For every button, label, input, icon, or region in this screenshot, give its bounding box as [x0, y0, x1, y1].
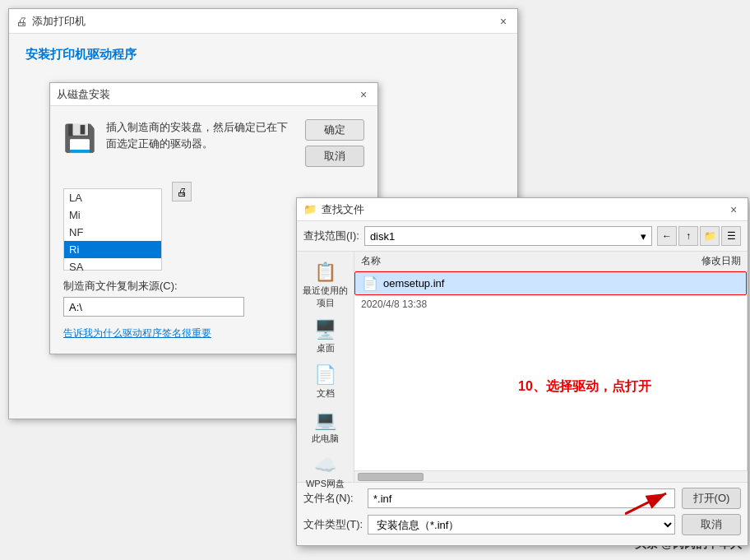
manufacturer-list[interactable]: LA Mi NF Ri SA — [63, 188, 162, 271]
titlebar-left: 🖨 添加打印机 — [16, 14, 86, 29]
browse-dialog: 📁 查找文件 × 查找范围(I): disk1 ▾ ← ↑ 📁 ☰ 📋 最近使用… — [296, 197, 748, 546]
floppy-icon: 💾 — [63, 123, 96, 167]
sidebar-wps-cloud[interactable]: ☁️ WPS网盘 — [301, 451, 350, 493]
filename-label: 文件名(N): — [303, 491, 361, 506]
browse-location-label: 查找范围(I): — [303, 229, 359, 243]
file-list-area: 名称 修改日期 📄 oemsetup.inf 2020/4/8 13:38 — [354, 252, 748, 482]
open-btn[interactable]: 打开(O) — [682, 488, 741, 509]
col-date: 修改日期 — [701, 254, 741, 268]
sidebar-documents-label: 文档 — [317, 387, 335, 400]
mfr-SA[interactable]: SA — [64, 258, 161, 275]
browse-folder-icon: 📁 — [303, 203, 317, 215]
horizontal-scrollbar[interactable] — [354, 470, 748, 482]
mfr-LA[interactable]: LA — [64, 189, 161, 206]
file-name: oemsetup.inf — [383, 277, 444, 289]
computer-icon: 💻 — [314, 410, 336, 431]
desktop-icon: 🖥️ — [314, 319, 336, 340]
toolbar-new-folder-btn[interactable]: 📁 — [700, 226, 720, 246]
browse-toolbar: 查找范围(I): disk1 ▾ ← ↑ 📁 ☰ — [297, 221, 748, 252]
browse-location-dropdown-icon[interactable]: ▾ — [641, 230, 646, 243]
filename-row: 文件名(N): 打开(O) — [303, 488, 741, 509]
browse-location-value: disk1 — [370, 230, 395, 243]
browse-close-btn[interactable]: × — [726, 202, 741, 217]
browse-titlebar: 📁 查找文件 × — [297, 198, 748, 221]
sidebar-desktop-label: 桌面 — [317, 342, 335, 354]
svg-line-1 — [625, 493, 666, 514]
filetype-row: 文件类型(T): 安装信息（*.inf） 取消 — [303, 514, 741, 535]
from-disk-close-btn[interactable]: × — [356, 87, 371, 102]
col-name: 名称 — [361, 254, 381, 268]
browse-location-combo[interactable]: disk1 ▾ — [364, 226, 652, 246]
sidebar-documents[interactable]: 📄 文档 — [301, 361, 350, 403]
toolbar-back-btn[interactable]: ← — [657, 226, 677, 246]
add-printer-content: 安装打印机驱动程序 — [9, 34, 517, 89]
sidebar-recent[interactable]: 📋 最近使用的项目 — [301, 258, 350, 312]
sidebar-wps-label: WPS网盘 — [306, 478, 345, 490]
from-disk-description: 插入制造商的安装盘，然后确定已在下面选定正确的驱动器。 — [106, 119, 295, 167]
sidebar-desktop[interactable]: 🖥️ 桌面 — [301, 316, 350, 358]
toolbar-icons: ← ↑ 📁 ☰ — [657, 226, 741, 246]
cancel-browse-btn[interactable]: 取消 — [682, 514, 741, 535]
filelist-header: 名称 修改日期 — [354, 252, 748, 271]
sidebar-computer-label: 此电脑 — [312, 433, 339, 445]
from-disk-cancel-btn[interactable]: 取消 — [305, 146, 364, 167]
printer-list-icon: 🖨 — [172, 182, 192, 201]
from-disk-inner: 💾 插入制造商的安装盘，然后确定已在下面选定正确的驱动器。 确定 取消 — [63, 119, 364, 167]
add-printer-close-btn[interactable]: × — [496, 14, 511, 29]
add-printer-titlebar: 🖨 添加打印机 × — [9, 9, 517, 34]
filetype-label: 文件类型(T): — [303, 517, 361, 532]
from-disk-buttons: 确定 取消 — [305, 119, 364, 167]
section-title: 安装打印机驱动程序 — [25, 47, 501, 62]
browse-sidebar: 📋 最近使用的项目 🖥️ 桌面 📄 文档 💻 此电脑 ☁️ WPS网盘 — [297, 252, 354, 482]
browse-footer: 文件名(N): 打开(O) 文件类型(T): 安装信息（*.inf） 取消 — [297, 482, 748, 545]
toolbar-up-btn[interactable]: ↑ — [678, 226, 698, 246]
from-disk-title: 从磁盘安装 — [57, 87, 110, 102]
from-disk-titlebar: 从磁盘安装 × — [50, 83, 377, 106]
documents-icon: 📄 — [314, 364, 336, 386]
browse-title: 查找文件 — [322, 202, 364, 217]
scrollbar-thumb[interactable] — [358, 473, 424, 481]
sidebar-recent-label: 最近使用的项目 — [303, 285, 349, 309]
toolbar-view-btn[interactable]: ☰ — [721, 226, 741, 246]
browse-titlebar-left: 📁 查找文件 — [303, 202, 364, 217]
mfr-Mi[interactable]: Mi — [64, 206, 161, 224]
file-date: 2020/4/8 13:38 — [354, 295, 747, 313]
red-arrow — [625, 485, 674, 521]
from-disk-ok-btn[interactable]: 确定 — [305, 119, 364, 141]
annotation-container: 10、选择驱动，点打开 — [518, 378, 651, 396]
wps-cloud-icon: ☁️ — [314, 455, 336, 476]
add-printer-title: 添加打印机 — [32, 14, 86, 29]
browse-main: 📋 最近使用的项目 🖥️ 桌面 📄 文档 💻 此电脑 ☁️ WPS网盘 — [297, 252, 748, 482]
inf-file-icon: 📄 — [362, 275, 378, 291]
mfr-NF[interactable]: NF — [64, 224, 161, 241]
annotation-text: 10、选择驱动，点打开 — [518, 378, 651, 396]
sidebar-computer[interactable]: 💻 此电脑 — [301, 406, 350, 448]
mfr-Ri[interactable]: Ri — [64, 241, 161, 258]
recent-icon: 📋 — [314, 261, 336, 283]
source-input[interactable] — [63, 297, 244, 317]
red-arrow-svg — [625, 485, 674, 518]
file-item-oemsetup[interactable]: 📄 oemsetup.inf — [354, 271, 747, 295]
browse-filelist[interactable]: 📄 oemsetup.inf 2020/4/8 13:38 — [354, 271, 748, 470]
printer-icon: 🖨 — [16, 15, 27, 28]
